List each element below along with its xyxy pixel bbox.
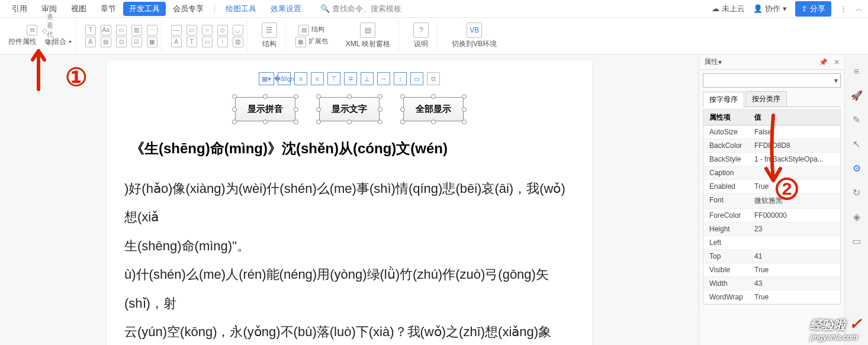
diamond-icon[interactable]: ◈ [853, 211, 860, 223]
fill-dropdown[interactable]: ▦▾ [259, 72, 274, 85]
settings-icon[interactable]: ⚙ [853, 163, 861, 174]
control-icon[interactable]: ⧉ [27, 25, 37, 36]
rect-control-icon[interactable]: ▭ [187, 25, 197, 36]
collab-button[interactable]: 👤 协作 ▾ [753, 4, 787, 14]
property-row-backcolor[interactable]: BackColorFFD8D8D8 [703, 139, 840, 153]
scroll-control-icon[interactable]: ▥ [233, 37, 243, 47]
tab-member[interactable]: 会员专享 [166, 0, 211, 18]
property-row-forecolor[interactable]: ForeColorFF000000 [703, 209, 840, 223]
prop-value[interactable]: True [751, 180, 840, 193]
tab-chapter[interactable]: 章节 [94, 0, 123, 18]
property-row-backstyle[interactable]: BackStyle1 - fmBackStyleOpa... [703, 153, 840, 166]
image-control-icon[interactable]: ▭ [116, 25, 127, 36]
collapse-ribbon-icon[interactable]: ︿ [856, 4, 863, 14]
object-selector[interactable]: ▾ [703, 73, 841, 88]
switch-vb-button[interactable]: VB 切换到VB环境 [447, 21, 501, 50]
prop-value[interactable]: 41 [751, 250, 840, 263]
align-right-icon[interactable]: ≡ [311, 72, 324, 85]
label-control-icon[interactable]: T [187, 37, 197, 47]
document-scroll[interactable]: ▦▾ �ålign ≡ ≡ ⊤ ∓ ⊥ ↔ ↕ ▭ ⧉ 显示拼音 [0, 54, 699, 345]
control-show-all[interactable]: 全部显示 [403, 97, 464, 121]
richtext-control-icon[interactable]: Aa [101, 25, 111, 36]
frame-control-icon[interactable]: A [85, 37, 96, 47]
control-show-text[interactable]: 显示文字 [319, 97, 380, 121]
distribute-h-icon[interactable]: ↔ [377, 72, 390, 85]
date-control-icon[interactable]: ▤ [101, 37, 111, 47]
prop-value[interactable]: 23 [751, 223, 840, 236]
line-control-icon[interactable]: — [171, 25, 182, 36]
align-bottom-icon[interactable]: ⊥ [361, 72, 374, 85]
align-left-icon[interactable]: �ålign [278, 72, 291, 85]
close-icon[interactable]: ✕ [834, 58, 840, 66]
prop-value[interactable]: FF000000 [751, 209, 840, 222]
prop-value[interactable]: FFD8D8D8 [751, 139, 840, 152]
menu-icon[interactable]: ≡ [854, 66, 859, 77]
chevron-down-icon[interactable]: ▾ [718, 58, 722, 66]
property-row-top[interactable]: Top41 [703, 250, 840, 263]
command-search[interactable]: 🔍 查找命令、搜索模板 [320, 4, 401, 14]
cloud-status[interactable]: ☁ 未上云 [712, 4, 745, 14]
book-icon[interactable]: ▭ [852, 236, 861, 247]
property-row-left[interactable]: Left [703, 236, 840, 250]
expand-icon[interactable]: ▦ [295, 37, 306, 47]
align-middle-icon[interactable]: ∓ [344, 72, 357, 85]
control-show-pinyin[interactable]: 显示拼音 [235, 97, 295, 121]
prop-value[interactable]: 微软雅黑 [751, 194, 840, 208]
checkbox-control-icon[interactable]: ☑ [131, 37, 142, 47]
property-row-caption[interactable]: Caption [703, 166, 840, 180]
tab-reference[interactable]: 引用 [5, 0, 34, 18]
textbox-control-icon[interactable]: A [171, 37, 182, 47]
control-properties-button[interactable]: 控件属性 [8, 37, 37, 47]
rocket-icon[interactable]: 🚀 [851, 90, 863, 101]
property-row-height[interactable]: Height23 [703, 223, 840, 236]
tab-dev-tools[interactable]: 开发工具 [123, 2, 166, 16]
oval-control-icon[interactable]: ○ [202, 25, 213, 36]
polygon-control-icon[interactable]: ◇ [217, 25, 228, 36]
tab-alphabetical[interactable]: 按字母序 [703, 92, 744, 107]
struct2-icon[interactable]: ▤ [298, 25, 309, 36]
prop-value[interactable]: 43 [751, 277, 840, 290]
pin-icon[interactable]: 📌 [819, 58, 828, 66]
struct-button[interactable]: ☰ 结构 [257, 21, 282, 50]
prop-value[interactable]: False [751, 125, 840, 138]
prop-value[interactable]: True [751, 263, 840, 276]
tab-effect-settings[interactable]: 效果设置 [263, 0, 308, 18]
same-size-icon[interactable]: ▭ [410, 72, 423, 85]
tab-view[interactable]: 视图 [64, 0, 94, 18]
pen-icon[interactable]: ✎ [853, 114, 860, 125]
text-control-icon[interactable]: T [85, 25, 96, 36]
button-control-icon[interactable]: ▭ [202, 37, 213, 47]
view-code-button[interactable]: ◇ 查看代码 [42, 25, 53, 36]
more-control-icon[interactable]: ⋯ [147, 25, 157, 36]
cloud-icon: ☁ [712, 4, 719, 13]
tab-categorized[interactable]: 按分类序 [745, 91, 787, 107]
property-row-autosize[interactable]: AutoSizeFalse [703, 125, 840, 139]
menubar-right: ☁ 未上云 👤 协作 ▾ ⇪ 分享 ⋮ ︿ [712, 1, 863, 17]
property-row-wordwrap[interactable]: WordWrapTrue [703, 291, 840, 304]
pointer-icon[interactable]: ↖ [853, 138, 860, 150]
dropdown-control-icon[interactable]: ⊡ [116, 37, 127, 47]
combo-control-icon[interactable]: ▥ [131, 25, 142, 36]
property-row-width[interactable]: Width43 [703, 277, 840, 291]
xml-button[interactable]: ▤ XML 映射窗格 [341, 21, 396, 50]
property-row-font[interactable]: Font微软雅黑 [703, 194, 840, 209]
group-button[interactable]: ⧉ 组合 ▾ [45, 37, 72, 47]
prop-value[interactable]: 1 - fmBackStyleOpa... [751, 153, 840, 166]
help-button[interactable]: ? 说明 [409, 21, 433, 50]
align-center-icon[interactable]: ≡ [294, 72, 307, 85]
group-icon[interactable]: ⧉ [427, 72, 440, 85]
list-control-icon[interactable]: ▦ [147, 37, 157, 47]
prop-value[interactable]: True [751, 291, 840, 304]
property-row-visible[interactable]: VisibleTrue [703, 263, 840, 277]
tab-drawing-tools[interactable]: 绘图工具 [218, 0, 263, 18]
property-row-enabled[interactable]: EnabledTrue [703, 180, 840, 194]
prop-value[interactable] [751, 166, 840, 179]
refresh-icon[interactable]: ↻ [853, 187, 860, 198]
align-top-icon[interactable]: ⊤ [327, 72, 340, 85]
arc-control-icon[interactable]: ◡ [233, 25, 243, 36]
spin-control-icon[interactable]: ↕ [217, 37, 228, 47]
share-button[interactable]: ⇪ 分享 [795, 1, 831, 17]
distribute-v-icon[interactable]: ↕ [394, 72, 407, 85]
more-icon[interactable]: ⋮ [840, 4, 847, 13]
prop-value[interactable] [751, 236, 840, 249]
